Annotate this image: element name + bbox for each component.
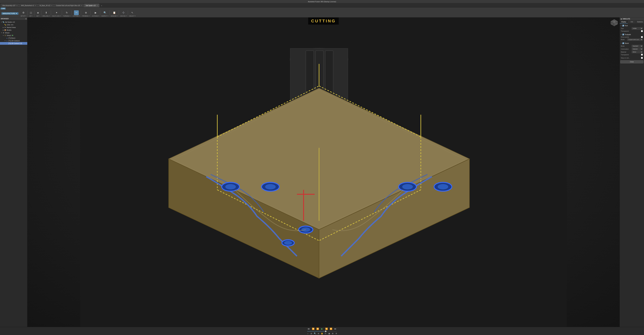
view-display-icon[interactable]: ▣ [328, 332, 330, 335]
view-zoom-icon[interactable]: ⊕ [317, 332, 320, 335]
play-button[interactable]: ▶ [320, 327, 324, 331]
sim-show-points-row: Show points [620, 36, 644, 38]
tree-sail-spider[interactable]: ▼ 🔩 Sail Spider v13 [0, 21, 27, 23]
tree-bore1[interactable]: ● [T1] Bore1 [0, 37, 27, 39]
toolbar-group-probing: ⊕ PROBING ▼ [82, 10, 91, 17]
setups-icon: ⚙ [2, 32, 4, 34]
sim-tab-info[interactable]: Info [628, 20, 636, 23]
browser-toggle[interactable]: ◀ [25, 18, 26, 19]
addins-icon[interactable]: ➕ [121, 10, 126, 15]
drilling-icon[interactable]: ⬇ [44, 10, 49, 15]
probing-icon[interactable]: ⊕ [84, 10, 88, 15]
view-settings-icon[interactable]: ⚙ [335, 332, 338, 335]
sim-material-select[interactable]: Mirror [632, 51, 643, 53]
toolbar-group-actions: ▶ ACTIONS ▼ [91, 10, 100, 17]
select-icon[interactable]: ↖ [130, 10, 135, 15]
manage-icon[interactable]: 📋 [112, 10, 117, 15]
multi-axis-icon[interactable]: ✦ [54, 10, 59, 15]
tree-setups[interactable]: ▼ ⚙ Setups [0, 31, 27, 34]
turning-icon[interactable]: ↻ [64, 10, 69, 15]
svg-text:LEFT: LEFT [612, 23, 613, 24]
toolbar-group-manufacture: MANUFACTURE ▼ [0, 12, 20, 15]
tab-close-1[interactable]: ✕ [35, 5, 36, 6]
tab-close-0[interactable]: ✕ [16, 5, 18, 6]
tree-contour1[interactable]: ▼ ● [T1] 2D Contour1 [0, 39, 27, 42]
sim-tool-select[interactable]: Holder [632, 27, 643, 30]
manufacture-button[interactable]: MANUFACTURE ▼ [2, 12, 18, 15]
progress-bar[interactable] [307, 331, 337, 332]
inspect-icon[interactable]: 🔍 [102, 10, 107, 15]
sim-tab-display[interactable]: Display [620, 20, 628, 23]
skip-forward-button[interactable]: ⏭ [334, 327, 337, 331]
playback-controls: ⏮ ⏪ ⏪ ▶ ⏩ ⏩ ⏭ [307, 327, 337, 331]
next-fast-button[interactable]: ⏩ [329, 327, 333, 331]
view-fit-icon[interactable]: ⊞ [310, 332, 313, 335]
bore1-icon: ● [6, 37, 8, 39]
actions-icon[interactable]: ▶ [93, 10, 98, 15]
tab-outside-rail[interactable]: Outside Rail Left and Right Ultra v29 ✕ [54, 4, 84, 7]
sail-spider-icon: 🔩 [2, 21, 4, 23]
progress-thumb[interactable] [325, 331, 326, 332]
sim-toolpath-mode-select[interactable]: Toolpath before posi... [627, 38, 643, 41]
toolbar-group-manage: 📋 MANAGE ▼ [110, 10, 119, 17]
tree-models[interactable]: ▶ 📦 Models [0, 29, 27, 31]
simulate-panel: ▶ SIMULATE Display Info Statistics ▼ Too… [620, 17, 644, 327]
sim-colorize-select[interactable]: Material [632, 48, 643, 50]
svg-text:TOP: TOP [613, 21, 615, 22]
setup-icon[interactable]: ⚙ [21, 10, 26, 15]
sim-stock-header[interactable]: ▼ Stock [620, 42, 644, 44]
2d-icon[interactable]: ◻ [28, 10, 33, 15]
sim-toolpath-header[interactable]: ▼ Toolpath [620, 33, 644, 36]
toolbar-group-3d: ◈ 3D ▼ [35, 10, 41, 17]
sim-stock-transparent-checkbox[interactable] [641, 54, 643, 55]
app-title: Autodesk Fusion 360 (Startup License) [308, 1, 336, 2]
browser-tree: ▼ 🔩 Sail Spider v13 📏 Units: mm ▶ 👁 Name… [0, 20, 27, 327]
view-zoom-out-icon[interactable]: 🔍 [314, 332, 316, 335]
tab-ultra-assembly[interactable]: Ultra Assembly v23* ✕ [0, 4, 19, 7]
tab-m-base[interactable]: M_Base_40 v22 ✕ [38, 4, 54, 7]
prev-button[interactable]: ⏪ [316, 327, 319, 331]
tree-contour2[interactable]: ● [T1] 2D Contour1 (2) [0, 42, 27, 45]
sim-stock-section: ▼ Stock Mode Standard Colorization Mater… [620, 42, 644, 56]
tab-sail-spider[interactable]: Sail Spider v13 ✕ [84, 4, 99, 7]
tree-named-views[interactable]: ▶ 👁 Named Views [0, 26, 27, 29]
sim-toolpath-checkbox[interactable] [622, 34, 624, 35]
cam-label: CAM [0, 7, 6, 9]
sim-tool-header[interactable]: ▼ Tool [620, 24, 644, 27]
toolbar-group-cutting: ✂ CUTTING ▼ [72, 10, 81, 17]
next-button[interactable]: ⏩ [325, 327, 328, 331]
simulate-close-button[interactable]: Close [620, 60, 644, 63]
tree-units[interactable]: 📏 Units: mm [0, 23, 27, 26]
sim-tool-checkbox[interactable] [622, 25, 624, 26]
tab-m40-backwheel[interactable]: M40_Backwheel v2 ✕ [20, 4, 38, 7]
units-icon: 📏 [4, 24, 6, 26]
sim-stop-on-row: Stop on coli... [620, 57, 644, 59]
view-section-icon[interactable]: ⊠ [331, 332, 334, 335]
sim-stop-on-checkbox[interactable] [641, 57, 643, 59]
sim-stock-checkbox[interactable] [622, 42, 624, 44]
sim-tool-transparent-checkbox[interactable] [641, 30, 643, 32]
sim-tool-row: Tool Holder [620, 27, 644, 30]
toolbar-group-select: ↖ SELECT ▼ [128, 10, 136, 17]
tree-setup1[interactable]: ▼ S Setup1 [0, 34, 27, 37]
tab-close-3[interactable]: ✕ [81, 5, 82, 6]
cutting-icon[interactable]: ✂ [74, 10, 79, 15]
prev-fast-button[interactable]: ⏪ [311, 327, 315, 331]
view-pan-icon[interactable]: ✋ [320, 332, 324, 335]
view-orbit-icon[interactable]: ↻ [324, 332, 327, 335]
toolbar-group-addins: ➕ ADD-INS ▼ [119, 10, 128, 17]
sim-show-points-checkbox[interactable] [641, 36, 643, 38]
view-home-icon[interactable]: ⌂ [306, 332, 309, 335]
tab-add-button[interactable]: + [100, 4, 103, 7]
3d-icon[interactable]: ◈ [36, 10, 40, 15]
viewport[interactable]: CUTTING TOP LEFT FRONT [28, 17, 620, 327]
toolbar-group-inspect: 🔍 INSPECT ▼ [100, 10, 110, 17]
sim-tab-statistics[interactable]: Statistics [636, 20, 644, 23]
sim-stock-mode-select[interactable]: Standard [632, 45, 643, 47]
cube-indicator[interactable]: TOP LEFT FRONT [610, 19, 618, 27]
tab-close-2[interactable]: ✕ [51, 5, 52, 6]
tab-close-4[interactable]: ✕ [96, 5, 98, 6]
skip-back-button[interactable]: ⏮ [307, 327, 310, 331]
toolbar-group-turning: ↻ TURNING ▼ [62, 10, 72, 17]
sim-toolpath-mode-row: Mode Toolpath before posi... [620, 38, 644, 41]
